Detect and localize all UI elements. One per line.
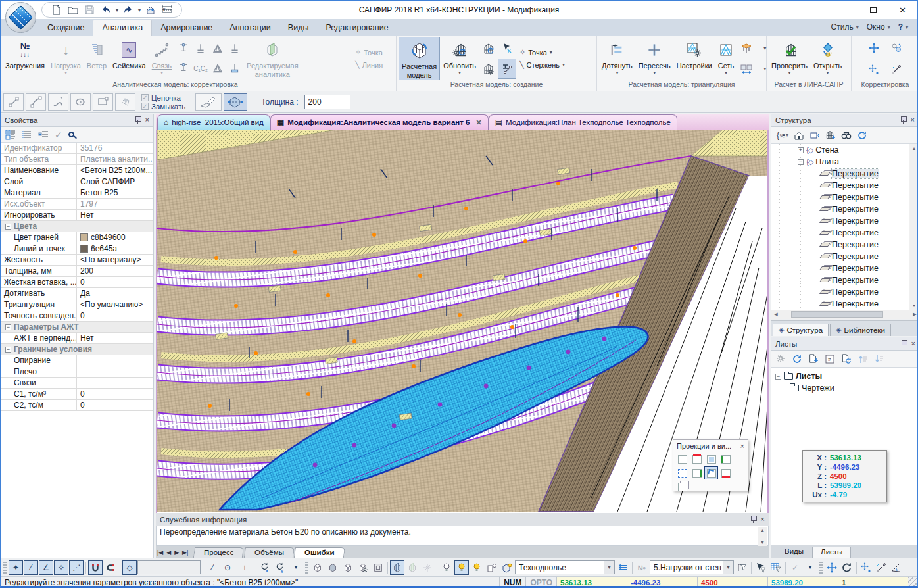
storey-list-button[interactable]: [616, 560, 630, 575]
apply-button[interactable]: ✓: [55, 130, 62, 140]
group-expander[interactable]: −: [5, 324, 11, 330]
light-object-button[interactable]: [485, 560, 499, 575]
display-wireframe-button[interactable]: [310, 560, 325, 575]
numbering-button[interactable]: #: [825, 354, 835, 364]
generate-mesh-button[interactable]: [479, 59, 498, 79]
tab-nav-buttons[interactable]: |◀◀▶▶|: [157, 547, 188, 558]
scroll-up-icon[interactable]: ▲: [760, 528, 765, 533]
analytic-model-button[interactable]: Расчетнаямодель: [399, 37, 440, 80]
select-analytic-button[interactable]: [498, 38, 516, 59]
categorized-view-button[interactable]: [5, 130, 16, 140]
structure-tree-item[interactable]: Перекрытие: [771, 262, 909, 274]
light-default-button[interactable]: [439, 560, 454, 575]
property-row[interactable]: −Линий и точек 6e645a: [1, 243, 153, 255]
move-up-button[interactable]: [858, 354, 868, 364]
plate-area-button[interactable]: [737, 38, 756, 59]
structure-tree-item[interactable]: Перекрытие: [771, 191, 909, 203]
structure-tree-item[interactable]: − Плита: [771, 156, 909, 168]
view-iso-button[interactable]: [675, 453, 689, 466]
snap-line-button[interactable]: ⁄: [24, 560, 38, 575]
view-right-button[interactable]: [690, 466, 704, 479]
open-in-lira-button[interactable]: Открыть▾: [811, 37, 844, 80]
coordinate-field[interactable]: -4496.23: [627, 577, 697, 588]
more-cs-chevron[interactable]: ▾: [289, 560, 303, 575]
panel-tab[interactable]: Листы: [812, 547, 851, 558]
maximize-button[interactable]: [858, 1, 888, 19]
filter-tree-button[interactable]: {≋▾: [777, 131, 788, 140]
editable-analytics-button[interactable]: Редактируемаяаналитика: [244, 37, 301, 80]
tree-expander[interactable]: +: [798, 147, 804, 153]
property-row[interactable]: −Наименование <Бетон B25 t200м...: [1, 165, 153, 176]
close-icon[interactable]: ×: [761, 516, 765, 523]
support-pinned-button[interactable]: [175, 39, 192, 59]
update-selected-button[interactable]: [479, 38, 498, 59]
property-row[interactable]: −Идентификатор 35176: [1, 143, 153, 154]
load-filter-button[interactable]: [735, 560, 749, 575]
property-row[interactable]: −C1, тс/м³ 0: [1, 389, 153, 400]
pin-icon[interactable]: [135, 116, 141, 124]
sketch-mode-button[interactable]: [195, 93, 222, 111]
snap-value-input[interactable]: [137, 560, 201, 574]
circle-center-button[interactable]: ⊙: [220, 560, 235, 575]
search-icon[interactable]: [68, 132, 74, 137]
object-snap-button[interactable]: [88, 560, 103, 575]
close-tab-icon[interactable]: ✕: [476, 118, 482, 127]
close-contour-checkbox[interactable]: ✓Замыкать: [141, 103, 185, 110]
tree-expander[interactable]: −: [775, 374, 781, 380]
close-icon[interactable]: ×: [145, 116, 149, 124]
ribbon-tab[interactable]: Аннотации: [221, 20, 279, 36]
close-icon[interactable]: ×: [911, 340, 915, 347]
local-cs-button[interactable]: ∟: [239, 560, 254, 575]
log-scrollbar[interactable]: ▲▼: [758, 527, 767, 546]
display-shaded-button[interactable]: [326, 560, 340, 575]
measure-line-button[interactable]: [874, 560, 888, 575]
structure-tab[interactable]: ◈ Библиотеки: [830, 324, 891, 336]
light-on-button[interactable]: [454, 560, 469, 575]
link-button[interactable]: Связь▾: [149, 37, 174, 80]
sync-selection-button[interactable]: [809, 130, 820, 141]
move-points-button[interactable]: [863, 59, 885, 80]
property-row[interactable]: −Точность совпаден... 0: [1, 310, 153, 322]
property-row[interactable]: −Жесткость <По материалу>: [1, 255, 153, 266]
pin-icon[interactable]: [900, 116, 906, 124]
mesh-button[interactable]: Сеть▾: [715, 37, 737, 80]
rotate-cs-y-button[interactable]: y: [274, 560, 288, 575]
structure-tree-item[interactable]: Перекрытие: [771, 298, 909, 310]
support-elastic-button[interactable]: [226, 59, 243, 78]
sheets-root-item[interactable]: − Листы: [775, 370, 918, 382]
ribbon-tab[interactable]: Создание: [39, 20, 93, 36]
add-to-model-button[interactable]: [825, 130, 836, 141]
property-row[interactable]: −Слой Слой САПФИР: [1, 176, 153, 187]
structure-tree-item[interactable]: + Стена: [771, 144, 909, 156]
extrude-mode-button[interactable]: [224, 93, 247, 111]
property-row[interactable]: −Граничные условия: [1, 344, 153, 355]
close-button[interactable]: ✕: [888, 1, 917, 19]
property-row[interactable]: −Жесткая вставка, ... 0: [1, 277, 153, 288]
info-tab[interactable]: Процесс: [193, 547, 245, 558]
angle-measure-button[interactable]: [889, 560, 904, 575]
property-row[interactable]: −C2, тс/м 0: [1, 400, 153, 411]
section-view-button[interactable]: [390, 560, 404, 575]
ortho-indicator[interactable]: ОРТО: [525, 577, 556, 588]
sheets-child-item[interactable]: Чертежи: [775, 382, 918, 394]
display-settings-button[interactable]: [356, 560, 370, 575]
draw-arc-tool[interactable]: [26, 93, 46, 111]
group-expander[interactable]: −: [5, 347, 11, 353]
table-filter-button[interactable]: [769, 560, 783, 575]
draw-spline-tool[interactable]: [48, 93, 68, 111]
property-row[interactable]: −Цвета: [1, 221, 153, 232]
find-button[interactable]: [841, 130, 852, 141]
window-menu[interactable]: Окно▾: [864, 22, 893, 32]
more-chevron[interactable]: ▾: [803, 560, 817, 575]
move-down-button[interactable]: [874, 354, 884, 364]
viewport-tab[interactable]: Модификация:Аналитическая модель вариант…: [270, 114, 489, 130]
tree-expander[interactable]: −: [798, 159, 804, 165]
wind-button[interactable]: Ветер: [84, 37, 109, 80]
sheet-settings-button[interactable]: [777, 355, 786, 364]
scroll-down-icon[interactable]: ▼: [760, 540, 765, 545]
help-menu[interactable]: ?▾: [896, 22, 911, 32]
pan-button[interactable]: [825, 560, 839, 575]
pin-icon[interactable]: [901, 340, 907, 347]
apply-changes-button[interactable]: ✓: [788, 560, 802, 575]
support-truss2-button[interactable]: [209, 59, 226, 78]
